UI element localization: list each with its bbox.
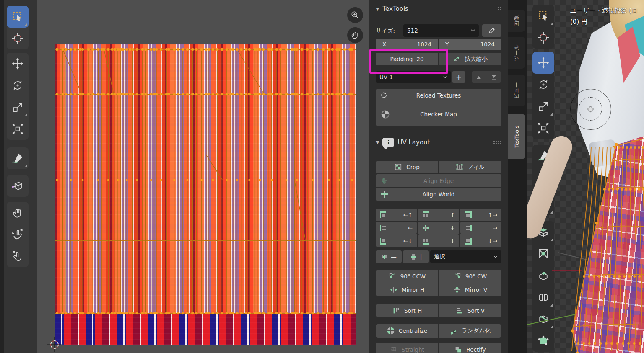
size-x-field[interactable]: X 1024 — [376, 39, 438, 50]
align-center-button[interactable]: + — [418, 222, 459, 234]
align-bottom-button[interactable]: ↓ — [418, 234, 459, 247]
vp-transform-tool[interactable] — [532, 117, 554, 139]
rotate-cw-icon — [453, 272, 462, 281]
eyedropper-button[interactable] — [482, 24, 501, 37]
crop-label: Crop — [406, 164, 420, 170]
distribute-v-icon — [410, 253, 417, 260]
checker-map-button[interactable]: Checker Map — [376, 102, 501, 126]
scale-tool[interactable] — [7, 96, 29, 118]
vp-poly-build-tool[interactable] — [532, 330, 554, 352]
straight-button[interactable]: Straight — [376, 343, 438, 353]
randomize-button[interactable]: ランダム化 — [439, 324, 501, 338]
collapse-triangle-icon: ▼ — [376, 6, 379, 12]
resize-label: 拡大縮小 — [465, 55, 488, 63]
vp-cursor-tool[interactable] — [532, 27, 554, 49]
tab-tool[interactable]: ツール — [508, 37, 525, 69]
align-right-button[interactable]: → — [460, 222, 501, 234]
tab-image[interactable]: 画像 — [508, 10, 525, 32]
align-top-left-button[interactable]: ←↑ — [376, 209, 417, 221]
tab-textools[interactable]: TexTools — [508, 114, 525, 159]
size-dropdown[interactable]: 512 — [403, 24, 479, 37]
align-bottom-right-button[interactable]: ↓→ — [460, 234, 501, 247]
uv-layout-panel-header[interactable]: ▼ i UV Layout — [376, 137, 501, 148]
select-box-tool[interactable] — [7, 6, 29, 28]
align-arrow-label: ←↓ — [403, 237, 413, 244]
sort-v-button[interactable]: Sort V — [439, 304, 501, 317]
tab-view[interactable]: ビュー — [508, 75, 525, 106]
sort-v-label: Sort V — [467, 307, 485, 314]
randomize-label: ランダム化 — [462, 327, 491, 335]
sort-h-button[interactable]: Sort H — [376, 304, 438, 317]
uv-toolbar-group-navigate — [7, 202, 29, 267]
crop-button[interactable]: Crop — [376, 161, 438, 173]
rotate-gesture-tool[interactable] — [7, 245, 29, 267]
align-bottom-left-button[interactable]: ←↓ — [376, 234, 417, 247]
grab-vertex-tool[interactable] — [7, 175, 29, 197]
vp-toolbar-group-transform — [532, 52, 554, 139]
align-edge-button[interactable]: Align Edge — [376, 174, 501, 187]
uv-channel-dropdown[interactable]: UV 1 — [376, 71, 451, 83]
tab-label: TexTools — [514, 125, 520, 147]
panel-grip-icon[interactable] — [493, 7, 501, 11]
collapse-triangle-icon: ▼ — [376, 140, 379, 145]
rectify-label: Rectify — [466, 346, 486, 353]
selection-mode-dropdown[interactable]: 選択 — [430, 250, 501, 263]
size-y-field[interactable]: Y 1024 — [439, 39, 501, 50]
vp-loop-cut-tool[interactable] — [532, 286, 554, 308]
move-uv-bottom-button[interactable] — [486, 71, 501, 83]
textools-panel-header[interactable]: ▼ TexTools — [376, 3, 501, 14]
poly-build-icon — [537, 335, 550, 347]
info-bubble-icon: i — [382, 138, 394, 147]
rotate-cw-button[interactable]: 90° CW — [439, 270, 501, 283]
chevron-down-icon — [443, 76, 447, 78]
rotate-tool[interactable] — [7, 75, 29, 96]
vp-inset-tool[interactable] — [532, 243, 554, 265]
add-uv-button[interactable]: + — [452, 71, 465, 83]
uv-canvas[interactable] — [55, 44, 356, 345]
distribute-horizontal-button[interactable]: — — [376, 250, 402, 263]
checker-label: Checker Map — [420, 111, 457, 118]
view-pan-button[interactable] — [347, 27, 363, 43]
transform-tool[interactable] — [7, 118, 29, 140]
padding-field[interactable]: Padding 20 — [376, 53, 438, 65]
vp-scale-tool[interactable] — [532, 95, 554, 117]
align-left-button[interactable]: ← — [376, 222, 417, 234]
select-box-icon — [11, 10, 24, 23]
align-top-right-button[interactable]: ↑→ — [460, 209, 501, 221]
viewport-3d[interactable]: ユーザー・透視投影 (ロ (0) 円 — [527, 0, 644, 353]
distribute-vertical-button[interactable]: | — [403, 250, 429, 263]
centralize-button[interactable]: Centralize — [376, 324, 438, 338]
align-world-button[interactable]: Align World — [376, 188, 501, 201]
vp-select-box-tool[interactable] — [532, 5, 554, 27]
panel-grip-icon[interactable] — [493, 140, 501, 144]
rectify-button[interactable]: Rectify — [439, 343, 501, 353]
x-value: 1024 — [417, 41, 431, 48]
rectify-icon — [454, 345, 462, 353]
vp-rotate-tool[interactable] — [532, 74, 554, 95]
move-tool[interactable] — [7, 53, 29, 75]
randomize-icon — [449, 327, 458, 335]
selection-mode-value: 選択 — [434, 253, 445, 260]
straight-icon — [390, 345, 398, 353]
tab-label: ツール — [513, 44, 520, 61]
align-top-button[interactable]: ↑ — [418, 209, 459, 221]
fill-button[interactable]: フィル — [439, 161, 501, 173]
resize-button[interactable]: 拡大縮小 — [439, 53, 501, 65]
zoom-gesture-tool[interactable] — [7, 224, 29, 245]
align-center-icon — [422, 224, 429, 232]
vp-move-tool[interactable] — [532, 52, 554, 74]
move-uv-top-button[interactable] — [472, 71, 486, 83]
vp-bevel-tool[interactable] — [532, 265, 554, 286]
align-world-row: Align World — [376, 188, 501, 201]
pan-hand-tool[interactable] — [7, 202, 29, 224]
rotate-ccw-button[interactable]: 90° CCW — [376, 270, 438, 283]
view-zoom-button[interactable] — [347, 7, 363, 23]
annotate-tool[interactable] — [7, 147, 29, 169]
mirror-v-button[interactable]: Mirror V — [439, 283, 501, 296]
reload-textures-button[interactable]: Reload Textures — [376, 89, 501, 102]
uv-toolbar-group-select — [7, 6, 29, 49]
rotate-gizmo-circle[interactable] — [570, 89, 611, 130]
cursor-tool[interactable] — [7, 28, 29, 49]
padding-row: Padding 20 拡大縮小 — [376, 53, 501, 65]
mirror-h-button[interactable]: Mirror H — [376, 283, 438, 296]
